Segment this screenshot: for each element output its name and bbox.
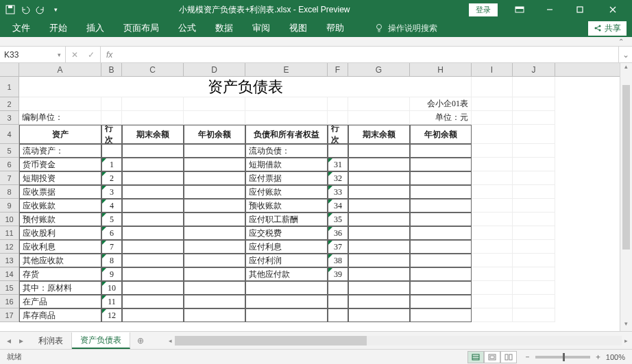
cell[interactable]: 年初余额 [410, 125, 472, 144]
row-header[interactable]: 14 [0, 267, 19, 281]
col-header-H[interactable]: H [410, 63, 472, 76]
row-header[interactable]: 11 [0, 226, 19, 240]
row-header[interactable]: 1 [0, 77, 19, 97]
cell[interactable] [472, 77, 513, 97]
cell[interactable] [328, 308, 348, 322]
cell[interactable] [122, 281, 184, 295]
ribbon-options-icon[interactable] [506, 0, 533, 19]
cell[interactable] [245, 281, 328, 295]
cell[interactable] [245, 111, 328, 125]
cell[interactable] [245, 308, 328, 322]
cell[interactable]: 行次 [101, 125, 122, 144]
cell[interactable] [472, 254, 513, 267]
cell[interactable] [513, 254, 555, 267]
cell[interactable] [410, 185, 472, 199]
maximize-button[interactable] [566, 0, 594, 19]
cell[interactable]: 1 [101, 158, 122, 171]
cell[interactable] [410, 199, 472, 213]
tab-home[interactable]: 开始 [49, 22, 67, 34]
page-break-view-button[interactable] [500, 351, 517, 363]
cell[interactable] [122, 97, 184, 111]
cell[interactable]: 应收票据 [19, 185, 101, 199]
cell[interactable] [122, 158, 184, 171]
cell[interactable]: 会小企01表 [410, 97, 472, 111]
cell[interactable]: 编制单位： [19, 111, 101, 125]
cell[interactable] [472, 171, 513, 185]
cell[interactable]: 6 [101, 226, 122, 240]
cell[interactable] [472, 111, 513, 125]
cell[interactable]: 34 [328, 199, 348, 213]
row-header[interactable]: 16 [0, 295, 19, 308]
cell[interactable] [472, 158, 513, 171]
cell[interactable] [101, 111, 122, 125]
row-header[interactable]: 6 [0, 158, 19, 171]
cell[interactable]: 其他应收款 [19, 254, 101, 267]
cell[interactable]: 存货 [19, 267, 101, 281]
cell[interactable] [513, 240, 555, 254]
cell[interactable]: 预付账款 [19, 213, 101, 226]
col-header-J[interactable]: J [513, 63, 555, 76]
cell[interactable]: 预收账款 [245, 199, 328, 213]
name-box[interactable]: K33 ▾ [0, 47, 66, 62]
cell[interactable]: 应付利润 [245, 254, 328, 267]
sheet-tab[interactable]: 资产负债表 [72, 332, 130, 349]
cell[interactable] [348, 97, 410, 111]
spreadsheet-grid[interactable]: ABCDEFGHIJ 1资产负债表2会小企01表3编制单位：单位：元4资产行次期… [0, 63, 620, 331]
cell[interactable]: 单位：元 [410, 111, 472, 125]
cell[interactable] [348, 185, 410, 199]
cell[interactable]: 其他应付款 [245, 267, 328, 281]
cell[interactable] [328, 144, 348, 158]
expand-formula-icon[interactable]: ⌄ [618, 47, 632, 62]
page-layout-view-button[interactable] [484, 351, 500, 363]
cell[interactable] [410, 295, 472, 308]
cell[interactable] [513, 111, 555, 125]
cell[interactable]: 期末余额 [122, 125, 184, 144]
cell[interactable]: 39 [328, 267, 348, 281]
cell[interactable] [184, 144, 245, 158]
cell[interactable]: 资产负债表 [19, 77, 472, 97]
cell[interactable] [513, 213, 555, 226]
cell[interactable] [328, 111, 348, 125]
next-sheet-icon[interactable]: ▸ [19, 336, 23, 345]
cell[interactable]: 应收账款 [19, 199, 101, 213]
tab-formulas[interactable]: 公式 [178, 22, 196, 34]
cell[interactable] [410, 171, 472, 185]
tab-file[interactable]: 文件 [12, 22, 30, 34]
cell[interactable] [513, 97, 555, 111]
cell[interactable]: 7 [101, 240, 122, 254]
cell[interactable] [472, 267, 513, 281]
col-header-E[interactable]: E [245, 63, 328, 76]
new-sheet-button[interactable]: ⊕ [130, 336, 151, 345]
cell[interactable]: 负债和所有者权益 [245, 125, 328, 144]
row-header[interactable]: 10 [0, 213, 19, 226]
cell[interactable]: 短期投资 [19, 171, 101, 185]
cell[interactable] [348, 199, 410, 213]
cell[interactable] [184, 213, 245, 226]
tab-pagelayout[interactable]: 页面布局 [123, 22, 159, 34]
cell[interactable] [472, 295, 513, 308]
cell[interactable] [472, 281, 513, 295]
cell[interactable] [184, 185, 245, 199]
cell[interactable] [348, 240, 410, 254]
normal-view-button[interactable] [467, 351, 484, 363]
cell[interactable] [348, 267, 410, 281]
row-header[interactable]: 2 [0, 97, 19, 111]
cell[interactable] [184, 199, 245, 213]
row-header[interactable]: 5 [0, 144, 19, 158]
cell[interactable]: 其中：原材料 [19, 281, 101, 295]
cell[interactable]: 资产 [19, 125, 101, 144]
cell[interactable] [472, 125, 513, 144]
cell[interactable]: 33 [328, 185, 348, 199]
cell[interactable] [184, 295, 245, 308]
redo-icon[interactable] [36, 5, 45, 14]
row-header[interactable]: 7 [0, 171, 19, 185]
scroll-right-icon[interactable]: ▸ [624, 337, 628, 344]
cell[interactable]: 在产品 [19, 295, 101, 308]
cell[interactable]: 库存商品 [19, 308, 101, 322]
row-header[interactable]: 4 [0, 125, 19, 144]
cell[interactable] [184, 226, 245, 240]
cell[interactable]: 35 [328, 213, 348, 226]
cell[interactable] [348, 295, 410, 308]
cell[interactable]: 5 [101, 213, 122, 226]
cell[interactable]: 2 [101, 171, 122, 185]
